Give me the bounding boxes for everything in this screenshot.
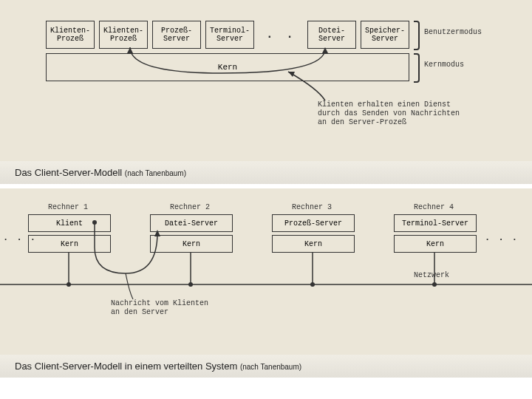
box-r1-kern: Kern	[28, 235, 111, 253]
box-r4-top: Terminol-Server	[394, 214, 477, 232]
box-kern: Kern	[46, 53, 409, 81]
box-r2-kern: Kern	[150, 235, 233, 253]
caption-2: Das Client-Server-Modell in einem vertei…	[0, 355, 532, 378]
label-netzwerk: Netzwerk	[414, 271, 449, 280]
box-r3-kern: Kern	[272, 235, 355, 253]
arrow-overlay-2	[0, 188, 532, 355]
box-klienten-prozess-1: Klienten- Prozeß	[46, 21, 95, 49]
box-r2-top: Datei-Server	[150, 214, 233, 232]
label-kernelmode: Kernmodus	[424, 61, 464, 69]
svg-point-9	[310, 282, 315, 287]
box-prozess-server: Prozeß- Server	[152, 21, 201, 49]
caption-2-small: (nach Tanenbaum)	[240, 363, 301, 371]
caption-1: Das Client-Server-Modell (nach Tanenbaum…	[0, 161, 532, 184]
svg-point-11	[432, 282, 437, 287]
box-r3-top: Prozeß-Server	[272, 214, 355, 232]
annotation-text: Klienten erhalten einen Dienst durch das…	[318, 100, 460, 127]
header-r2: Rechner 2	[170, 203, 210, 212]
box-klienten-prozess-2: Klienten- Prozeß	[99, 21, 148, 49]
header-r1: Rechner 1	[48, 203, 88, 212]
brace-kernelmode	[414, 53, 420, 83]
box-r4-kern: Kern	[394, 235, 477, 253]
figure-2: Rechner 1 Rechner 2 Rechner 3 Rechner 4 …	[0, 188, 532, 355]
caption-2-main: Das Client-Server-Modell in einem vertei…	[15, 361, 240, 372]
annotation-2: Nachricht vom Klienten an den Server	[111, 299, 208, 317]
box-terminal-server: Terminol- Server	[205, 21, 254, 49]
ellipsis-left: . . .	[3, 233, 37, 243]
svg-point-5	[66, 282, 71, 287]
header-r4: Rechner 4	[414, 203, 454, 212]
box-speicher-server: Speicher- Server	[361, 21, 409, 49]
svg-point-7	[188, 282, 193, 287]
box-datei-server: Dotei- Server	[307, 21, 356, 49]
caption-1-small: (nach Tanenbaum)	[125, 169, 186, 177]
header-r3: Rechner 3	[292, 203, 332, 212]
label-usermode: Benutzermodus	[424, 28, 482, 37]
ellipsis-right: . . .	[485, 233, 519, 243]
box-r1-top: Klient	[28, 214, 111, 232]
figure-1: Klienten- Prozeß Klienten- Prozeß Prozeß…	[0, 0, 532, 161]
caption-1-main: Das Client-Server-Modell	[15, 167, 125, 178]
brace-usermode	[414, 21, 420, 50]
